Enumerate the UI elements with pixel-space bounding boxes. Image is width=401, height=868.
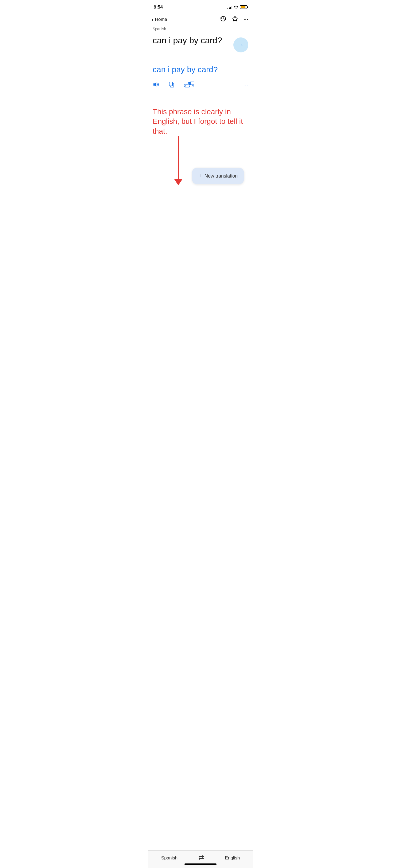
more-options-translated-icon[interactable]: ··· bbox=[242, 82, 248, 89]
bottom-spacer bbox=[148, 200, 253, 227]
svg-marker-1 bbox=[232, 16, 238, 21]
source-language-label: Spanish bbox=[148, 26, 253, 35]
nav-bar: ‹ Home ··· bbox=[148, 13, 253, 26]
copy-icon[interactable] bbox=[168, 81, 175, 90]
input-area: can i pay by card? → bbox=[148, 35, 253, 59]
new-translation-label: New translation bbox=[205, 173, 238, 179]
new-translation-button[interactable]: + New translation bbox=[192, 168, 244, 184]
new-translation-plus-icon: + bbox=[198, 173, 202, 180]
nav-icons: ··· bbox=[220, 16, 248, 24]
translation-result: can i pay by card? bbox=[148, 59, 253, 77]
wifi-icon bbox=[234, 5, 238, 9]
speaker-icon[interactable] bbox=[153, 81, 160, 90]
red-arrow-icon bbox=[174, 136, 183, 185]
translate-arrow-icon: → bbox=[238, 41, 244, 49]
annotation-section: This phrase is clearly in English, but I… bbox=[148, 96, 253, 200]
status-time: 9:54 bbox=[154, 4, 163, 10]
status-icons bbox=[227, 5, 247, 9]
thumbs-icon[interactable] bbox=[184, 81, 194, 90]
star-icon[interactable] bbox=[232, 16, 238, 24]
translate-button[interactable]: → bbox=[234, 37, 248, 53]
back-button[interactable]: ‹ Home bbox=[152, 17, 167, 23]
input-text[interactable]: can i pay by card? bbox=[153, 35, 232, 49]
history-icon[interactable] bbox=[220, 16, 226, 24]
svg-marker-2 bbox=[153, 82, 156, 87]
back-chevron-icon: ‹ bbox=[152, 17, 153, 23]
input-underline bbox=[153, 50, 215, 50]
svg-rect-4 bbox=[169, 82, 173, 86]
arrow-container: + New translation bbox=[153, 136, 248, 195]
translated-text: can i pay by card? bbox=[153, 64, 248, 74]
signal-bars-icon bbox=[227, 5, 232, 9]
back-label: Home bbox=[155, 17, 167, 22]
status-bar: 9:54 bbox=[148, 0, 253, 13]
annotation-text: This phrase is clearly in English, but I… bbox=[153, 107, 248, 136]
battery-icon bbox=[240, 5, 247, 9]
more-options-icon[interactable]: ··· bbox=[244, 17, 248, 23]
action-row: ··· bbox=[148, 77, 253, 96]
